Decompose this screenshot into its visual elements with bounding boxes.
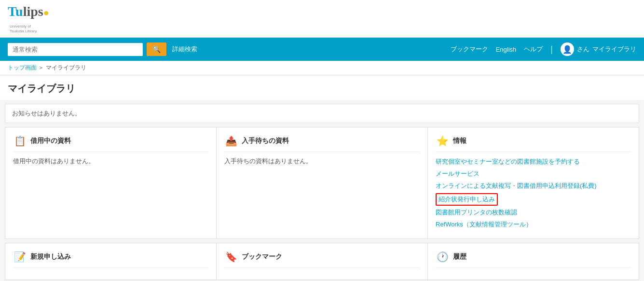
- info-link-5[interactable]: 図書館用プリンタの枚数確認: [436, 208, 631, 218]
- search-button[interactable]: 🔍: [147, 42, 166, 56]
- notification-bar: お知らせはありません。: [5, 104, 639, 123]
- book-icon: 📋: [13, 134, 27, 148]
- card-borrowed-header: 📋 借用中の資料: [13, 134, 208, 152]
- card-new-request-title: 新規申し込み: [30, 253, 71, 261]
- card-info: ⭐ 情報 研究個室やセミナー室などの図書館施設を予約する メールサービス オンラ…: [428, 127, 639, 239]
- waiting-icon: 📤: [224, 134, 238, 148]
- card-borrowed: 📋 借用中の資料 借用中の資料はありません。: [5, 127, 217, 239]
- info-link-4-highlighted[interactable]: 紹介状発行申し込み: [436, 193, 498, 206]
- search-bar: 🔍 詳細検索 ブックマーク English ヘルプ | 👤 さん マイライブラリ: [0, 38, 644, 61]
- new-request-icon: 📝: [13, 250, 27, 264]
- nav-separator: |: [550, 44, 553, 55]
- waiting-empty-text: 入手待ちの資料はありません。: [224, 157, 312, 165]
- clock-icon: 🕐: [436, 250, 449, 264]
- bottom-cards-row: 📝 新規申し込み 🔖 ブックマーク 🕐 履歴: [5, 243, 639, 280]
- main-cards-row: 📋 借用中の資料 借用中の資料はありません。 📤 入手待ちの資料 入手待ちの資料…: [5, 127, 639, 239]
- info-link-6[interactable]: RefWorks（文献情報管理ツール）: [436, 220, 631, 230]
- card-history-header: 🕐 履歴: [436, 250, 631, 268]
- card-waiting-content: 入手待ちの資料はありません。: [224, 157, 420, 166]
- info-link-1[interactable]: 研究個室やセミナー室などの図書館施設を予約する: [436, 157, 631, 167]
- user-icon: 👤: [561, 42, 574, 56]
- page-title-area: マイライブラリ: [0, 75, 644, 100]
- card-bookmark: 🔖 ブックマーク: [217, 243, 428, 280]
- card-info-header: ⭐ 情報: [436, 134, 631, 152]
- card-info-title: 情報: [453, 137, 466, 145]
- card-new-request-header: 📝 新規申し込み: [13, 250, 208, 268]
- breadcrumb-separator: ＞: [38, 64, 45, 71]
- star-icon: ⭐: [436, 134, 449, 148]
- card-waiting: 📤 入手待ちの資料 入手待ちの資料はありません。: [217, 127, 428, 239]
- bookmark-icon: 🔖: [224, 250, 238, 264]
- card-bookmark-title: ブックマーク: [242, 253, 282, 261]
- english-link[interactable]: English: [496, 46, 517, 53]
- card-borrowed-title: 借用中の資料: [30, 137, 71, 145]
- logo-text: Tulips●: [8, 4, 49, 19]
- info-link-3[interactable]: オンラインによる文献複写・図書借用申込利用登録(私費): [436, 181, 631, 191]
- breadcrumb-top[interactable]: トップ画面: [8, 64, 37, 71]
- user-area: 👤 さん マイライブラリ: [561, 42, 636, 56]
- bookmark-link[interactable]: ブックマーク: [451, 45, 488, 54]
- breadcrumb-current: マイライブラリ: [46, 64, 86, 71]
- advanced-search-link[interactable]: 詳細検索: [172, 45, 197, 54]
- info-link-2[interactable]: メールサービス: [436, 169, 631, 179]
- card-bookmark-header: 🔖 ブックマーク: [224, 250, 420, 268]
- card-new-request: 📝 新規申し込み: [5, 243, 217, 280]
- page-title: マイライブラリ: [8, 82, 636, 95]
- card-info-content: 研究個室やセミナー室などの図書館施設を予約する メールサービス オンラインによる…: [436, 157, 631, 230]
- notification-text: お知らせはありません。: [12, 110, 81, 117]
- card-history: 🕐 履歴: [428, 243, 639, 280]
- card-waiting-title: 入手待ちの資料: [242, 137, 289, 145]
- card-history-title: 履歴: [453, 253, 466, 261]
- card-waiting-header: 📤 入手待ちの資料: [224, 134, 420, 152]
- header-nav: ブックマーク English ヘルプ | 👤 さん マイライブラリ: [451, 42, 636, 56]
- my-library-link[interactable]: マイライブラリ: [592, 45, 636, 54]
- help-link[interactable]: ヘルプ: [524, 45, 543, 54]
- breadcrumb: トップ画面 ＞ マイライブラリ: [0, 61, 644, 75]
- card-borrowed-content: 借用中の資料はありません。: [13, 157, 208, 166]
- header-top: Tulips● University of Tsukuba Library: [0, 0, 644, 38]
- logo: Tulips● University of Tsukuba Library: [8, 4, 49, 33]
- user-suffix: さん: [577, 45, 589, 54]
- search-input[interactable]: [8, 43, 143, 56]
- logo-subtitle: University of Tsukuba Library: [10, 24, 37, 33]
- logo-tu: Tu: [8, 4, 23, 19]
- borrowed-empty-text: 借用中の資料はありません。: [13, 157, 95, 165]
